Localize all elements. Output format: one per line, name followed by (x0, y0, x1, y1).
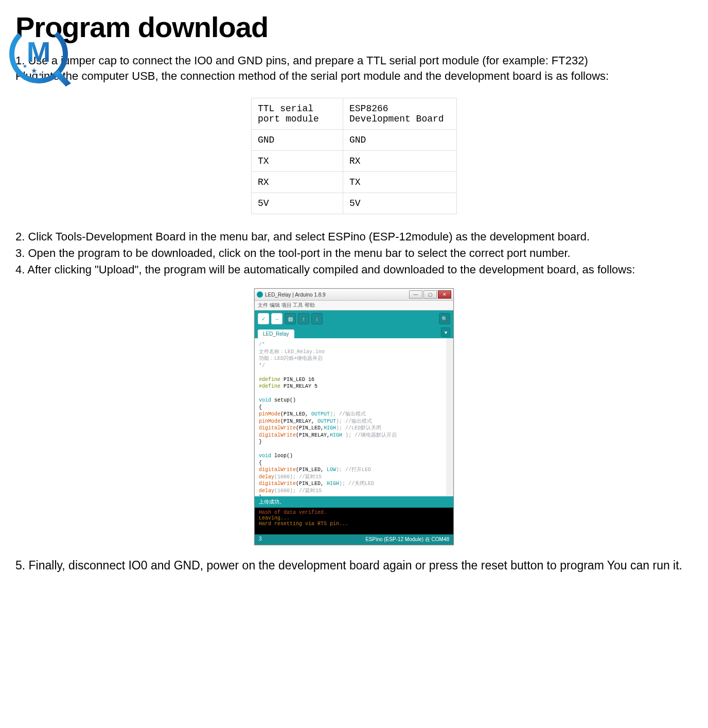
step-5: 5. Finally, disconnect IO0 and GND, powe… (15, 556, 693, 576)
minimize-button[interactable]: — (409, 290, 422, 299)
code-line: } (259, 439, 442, 446)
code-token: (PIN_LED, (280, 411, 311, 417)
code-line: */ (259, 363, 265, 369)
page-title: Program download (15, 10, 693, 44)
code-token: loop() (271, 453, 293, 459)
arduino-icon (257, 291, 263, 298)
verify-button[interactable]: ✓ (258, 313, 269, 324)
code-token: digitalWrite (259, 432, 296, 438)
cell: RX (343, 151, 457, 172)
table-row: RX TX (252, 172, 457, 193)
line-number: 3 (259, 536, 262, 542)
code-token: digitalWrite (259, 481, 296, 487)
table-row: GND GND (252, 130, 457, 151)
output-console[interactable]: Hash of data verified. Leaving... Hard r… (255, 508, 453, 534)
code-token: HIGH (324, 425, 336, 431)
code-token: pinMode (259, 419, 280, 424)
upload-button[interactable]: → (271, 313, 282, 324)
window-title: LED_Relay | Arduino 1.8.9 (265, 292, 409, 298)
code-line: 功能：LED闪烁+继电器并启 (259, 356, 323, 361)
code-token: ); //输出模式 (336, 419, 372, 424)
menu-bar[interactable]: 文件 编辑 项目 工具 帮助 (255, 301, 453, 310)
code-line: 文件名称：LED_Relay.ino (259, 349, 325, 355)
code-token: (PIN_LED, (296, 425, 324, 431)
cell: RX (252, 172, 343, 193)
table-header-left: TTL serial port module (252, 98, 343, 130)
code-token: void (259, 453, 271, 459)
cell: TX (343, 172, 457, 193)
status-bar: 上传成功。 (255, 496, 453, 508)
cell: GND (343, 130, 457, 151)
tab-bar: LED_Relay ▾ (255, 327, 453, 338)
new-button[interactable]: ▤ (285, 313, 296, 324)
code-token: PIN_RELAY 5 (280, 384, 317, 389)
code-token: HIGH (330, 432, 342, 438)
code-token: pinMode (259, 411, 280, 417)
code-token: OUTPUT (311, 411, 330, 417)
code-token: setup() (271, 397, 296, 403)
window-titlebar[interactable]: LED_Relay | Arduino 1.8.9 — ▢ ✕ (255, 289, 453, 301)
step-1-line1: 1. Use a jumper cap to connect the IO0 a… (15, 53, 693, 68)
code-token: LOW (327, 467, 336, 473)
pin-mapping-table: TTL serial port module ESP8266 Developme… (251, 98, 457, 214)
code-token: digitalWrite (259, 467, 296, 473)
code-token: ); //打开LED (336, 467, 371, 473)
code-token: (1000); //延时1S (274, 474, 322, 480)
cell: 5V (343, 193, 457, 214)
table-header-right: ESP8266 Development Board (343, 98, 457, 130)
code-line: { (259, 404, 442, 411)
table-row: TX RX (252, 151, 457, 172)
open-button[interactable]: ↑ (298, 313, 309, 324)
code-token: (PIN_RELAY, (280, 419, 317, 424)
code-token: ); //继电器默认开启 (342, 432, 397, 438)
tab-dropdown-icon[interactable]: ▾ (441, 327, 450, 337)
code-token: (PIN_RELAY, (296, 432, 330, 438)
code-token: (1000); //延时1S (274, 488, 322, 494)
code-line: /* (259, 342, 265, 348)
code-token: PIN_LED 16 (280, 377, 314, 383)
code-token: #define (259, 384, 280, 389)
code-token: void (259, 397, 271, 403)
code-token: (PIN_LED, (296, 481, 327, 487)
close-button[interactable]: ✕ (438, 290, 451, 299)
code-token: digitalWrite (259, 425, 296, 431)
arduino-ide-window: LED_Relay | Arduino 1.8.9 — ▢ ✕ 文件 编辑 项目… (254, 288, 454, 545)
step-1-line2: Plug into the computer USB, the connecti… (15, 68, 693, 84)
code-line: { (259, 460, 442, 467)
cell: TX (252, 151, 343, 172)
code-token: OUTPUT (317, 419, 336, 424)
table-row: 5V 5V (252, 193, 457, 214)
step-4: 4. After clicking "Upload", the program … (15, 262, 693, 278)
cell: GND (252, 130, 343, 151)
code-token: HIGH (327, 481, 339, 487)
code-token: ); //关闭LED (339, 481, 374, 487)
step-3: 3. Open the program to be downloaded, cl… (15, 245, 693, 262)
console-line: Leaving... (259, 515, 449, 521)
step-2: 2. Click Tools-Development Board in the … (15, 229, 693, 245)
code-line: } (259, 494, 442, 496)
code-editor[interactable]: /* 文件名称：LED_Relay.ino 功能：LED闪烁+继电器并启 */ … (255, 338, 453, 496)
toolbar: ✓ → ▤ ↑ ↓ 🔍 (255, 310, 453, 327)
sketch-tab[interactable]: LED_Relay (258, 330, 294, 338)
console-line: Hard resetting via RTS pin... (259, 521, 449, 527)
code-token: (PIN_LED, (296, 467, 327, 473)
maximize-button[interactable]: ▢ (423, 290, 437, 299)
board-info: ESPino (ESP-12 Module) 在 COM48 (365, 536, 449, 542)
scrollbar-thumb[interactable] (446, 426, 452, 442)
save-button[interactable]: ↓ (311, 313, 323, 324)
code-token: delay (259, 474, 274, 480)
serial-monitor-button[interactable]: 🔍 (439, 313, 450, 324)
code-token: #define (259, 377, 280, 383)
code-token: ); //输出模式 (330, 411, 366, 417)
code-token: delay (259, 488, 274, 494)
code-token: ); //LED默认关闭 (336, 425, 381, 431)
footer-bar: 3 ESPino (ESP-12 Module) 在 COM48 (255, 534, 453, 545)
cell: 5V (252, 193, 343, 214)
console-line: Hash of data verified. (259, 510, 449, 515)
